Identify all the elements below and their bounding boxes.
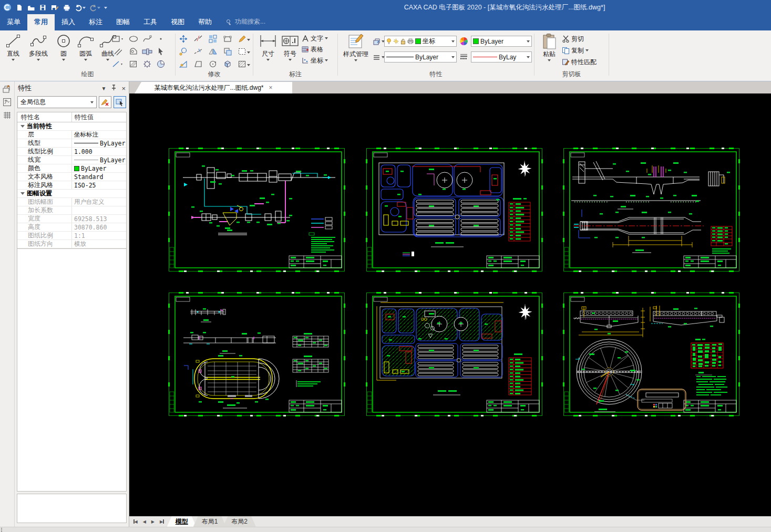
print-icon[interactable] <box>63 4 71 12</box>
block-tool-icon[interactable] <box>222 58 233 70</box>
line-tool-button[interactable]: 直线 <box>3 32 24 62</box>
linetype-combo-dropdown-icon[interactable] <box>451 56 455 60</box>
next-sheet-icon[interactable]: ▶ <box>151 519 155 524</box>
customize-qat-icon[interactable] <box>104 7 107 11</box>
gear-tool-icon[interactable] <box>141 58 153 70</box>
undo-dropdown-icon[interactable] <box>83 7 86 11</box>
line-dropdown-icon[interactable] <box>12 59 15 62</box>
clear-edit-button[interactable] <box>99 96 111 108</box>
color-combo-dropdown-icon[interactable] <box>527 40 530 44</box>
divide-tool-icon[interactable] <box>192 46 204 57</box>
circle-tool-button[interactable]: 圆 <box>53 32 74 62</box>
paste-button[interactable]: 粘贴 <box>539 32 560 63</box>
edit-dropdown-icon[interactable] <box>247 39 250 43</box>
rectangle-tool-icon[interactable] <box>112 33 124 45</box>
rotate-tool-icon[interactable] <box>207 58 219 70</box>
polyline-tool-button[interactable]: 多段线 <box>25 32 52 62</box>
menu-tab-0[interactable]: 菜单 <box>0 14 27 30</box>
sheet-tab-1[interactable]: 布局1 <box>193 516 227 527</box>
sketch-line-icon[interactable] <box>112 58 124 70</box>
save-icon[interactable] <box>39 4 47 12</box>
linetype-tool-button[interactable] <box>373 52 385 62</box>
menu-tab-7[interactable]: 帮助 <box>191 14 219 30</box>
document-tab[interactable]: 某城市氧化沟法污水处理厂...图纸.dwg* × <box>135 82 292 93</box>
sheet-tab-2[interactable]: 布局2 <box>223 516 256 527</box>
offset-tool-icon[interactable] <box>178 46 189 57</box>
property-row-13[interactable]: 图纸比例1:1 <box>17 232 126 240</box>
arc-tool-button[interactable]: 圆弧 <box>75 32 96 62</box>
panel-close-icon[interactable]: × <box>121 85 126 92</box>
function-search[interactable]: 功能搜索... <box>226 17 265 30</box>
bolt-tool-icon[interactable] <box>141 46 153 57</box>
move-tool-icon[interactable] <box>178 33 189 45</box>
redo-dropdown-icon[interactable] <box>97 7 100 11</box>
panel-tab-blocks-icon[interactable] <box>3 98 12 107</box>
array-tool-icon[interactable] <box>207 33 219 45</box>
scope-combo-dropdown-icon[interactable] <box>90 101 94 105</box>
mirror-tool-icon[interactable] <box>207 46 219 57</box>
dimension-button[interactable]: 尺寸 <box>258 32 279 62</box>
circle-dropdown-icon[interactable] <box>62 59 65 62</box>
open-file-icon[interactable] <box>27 4 35 12</box>
layer-tool-button[interactable] <box>373 36 385 47</box>
undo-button[interactable] <box>75 4 86 12</box>
property-row-0[interactable]: 当前特性 <box>17 122 126 131</box>
menu-tab-4[interactable]: 图幅 <box>109 14 137 30</box>
match-properties-button[interactable]: 特性匹配 <box>562 57 597 67</box>
property-row-5[interactable]: 颜色ByLayer <box>17 164 126 173</box>
scope-combo[interactable]: 全局信息 <box>17 96 97 108</box>
panel-menu-icon[interactable]: ▼ <box>101 86 107 91</box>
text-dropdown-icon[interactable] <box>325 37 328 41</box>
break-tool-icon[interactable] <box>192 33 204 45</box>
menu-tab-5[interactable]: 工具 <box>137 14 164 30</box>
layer-combo[interactable]: 坐标 <box>384 36 457 47</box>
corner-join-icon[interactable] <box>222 46 233 57</box>
menu-tab-1[interactable]: 常用 <box>27 14 55 30</box>
app-logo-icon[interactable] <box>3 3 12 12</box>
style-manage-dropdown-icon[interactable] <box>354 59 357 63</box>
color-wheel-icon[interactable] <box>459 37 468 46</box>
formula-curve-icon[interactable] <box>141 33 153 45</box>
copy-dropdown-icon[interactable] <box>585 49 589 53</box>
sheet-tab-0[interactable]: 模型 <box>167 516 197 527</box>
point-tool-icon[interactable] <box>155 33 167 45</box>
coordinate-button[interactable]: 坐标 <box>302 55 328 66</box>
table-button[interactable]: 表格 <box>302 44 328 55</box>
copy-button[interactable]: 复制 <box>562 45 597 56</box>
new-file-icon[interactable] <box>15 4 23 12</box>
property-row-4[interactable]: 线宽ByLayer <box>17 156 126 164</box>
property-row-8[interactable]: 图幅设置 <box>17 190 126 198</box>
paste-dropdown-icon[interactable] <box>548 59 551 63</box>
prev-sheet-icon[interactable]: ◀ <box>143 519 146 524</box>
first-sheet-icon[interactable]: ◀ <box>133 519 138 524</box>
coordinate-dropdown-icon[interactable] <box>325 59 328 63</box>
panel-tab-properties-icon[interactable] <box>3 85 12 93</box>
cut-button[interactable]: 剪切 <box>562 34 597 44</box>
last-sheet-icon[interactable]: ▶ <box>160 519 164 524</box>
property-row-9[interactable]: 图纸幅面用户自定义 <box>17 198 126 206</box>
region-tool-icon[interactable] <box>237 58 248 70</box>
menu-tab-2[interactable]: 插入 <box>55 14 82 30</box>
wipeout-dropdown-icon[interactable] <box>247 51 250 55</box>
drawing-canvas[interactable] <box>129 93 771 516</box>
wipeout-tool-icon[interactable] <box>237 46 248 57</box>
property-row-11[interactable]: 宽度69258.513 <box>17 215 126 223</box>
polyline-dropdown-icon[interactable] <box>37 59 40 62</box>
style-manage-button[interactable]: 样式管理 <box>341 32 371 63</box>
save-as-icon[interactable] <box>50 4 59 12</box>
text-button[interactable]: 文字 <box>302 33 328 44</box>
polygon-tool-icon[interactable] <box>128 46 139 57</box>
layer-combo-dropdown-icon[interactable] <box>451 40 455 44</box>
region-dropdown-icon[interactable] <box>247 64 250 68</box>
panel-tab-library-icon[interactable] <box>3 111 12 120</box>
redo-button[interactable] <box>89 4 100 12</box>
property-row-7[interactable]: 标注风格ISO-25 <box>17 181 126 190</box>
property-row-3[interactable]: 线型比例1.000 <box>17 148 126 156</box>
menu-tab-6[interactable]: 视图 <box>164 14 191 30</box>
lineweight-combo[interactable]: ByLay <box>471 51 532 62</box>
chamfer-tool-icon[interactable] <box>192 58 204 70</box>
color-combo[interactable]: ByLayer <box>471 36 532 47</box>
property-row-1[interactable]: 层坐标标注 <box>17 131 126 139</box>
select-entities-button[interactable] <box>114 96 126 108</box>
hatch-tool-icon[interactable] <box>128 58 139 70</box>
